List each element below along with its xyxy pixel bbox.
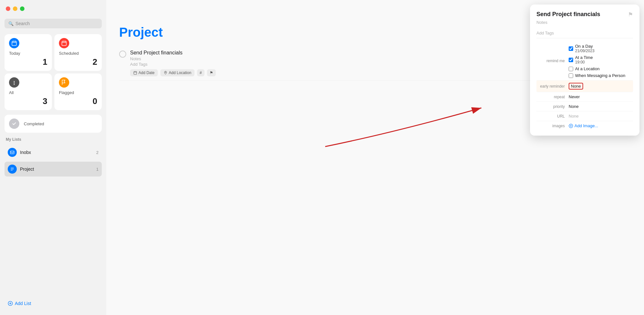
- early-reminder-value[interactable]: None: [569, 83, 583, 90]
- all-icon: [9, 77, 19, 88]
- repeat-label: repeat: [536, 95, 569, 99]
- svg-rect-23: [134, 72, 137, 74]
- repeat-value[interactable]: Never: [569, 94, 580, 99]
- at-a-time-label: At a Time: [575, 55, 593, 60]
- scheduled-label: Scheduled: [59, 51, 97, 56]
- priority-label: priority: [536, 104, 569, 109]
- search-icon: 🔍: [8, 21, 14, 26]
- add-location-button[interactable]: Add Location: [160, 69, 194, 76]
- on-a-day-checkbox[interactable]: [569, 46, 573, 51]
- svg-rect-0: [12, 41, 16, 46]
- add-date-button[interactable]: Add Date: [130, 69, 158, 76]
- messaging-row: When Messaging a Person: [569, 73, 625, 78]
- flagged-label: Flagged: [59, 90, 97, 95]
- all-count: 3: [43, 96, 47, 106]
- add-image-button[interactable]: Add Image...: [569, 123, 598, 128]
- detail-images-row: images Add Image...: [536, 121, 633, 130]
- sidebar: 🔍 Search Today 1 Scheduled 2 All 3: [0, 0, 106, 315]
- at-a-time-value: 19:00: [575, 60, 593, 64]
- smart-list-completed[interactable]: Completed: [5, 115, 102, 133]
- on-a-day-row: On a Day 21/09/2023: [569, 44, 625, 53]
- url-value[interactable]: None: [569, 114, 579, 119]
- detail-header: Send Project financials ⚑: [536, 11, 633, 18]
- inobx-count: 2: [96, 150, 99, 155]
- add-list-button[interactable]: Add List: [5, 298, 102, 309]
- at-a-location-checkbox[interactable]: [569, 67, 573, 71]
- detail-title: Send Project financials: [536, 11, 628, 18]
- add-list-label: Add List: [15, 301, 31, 306]
- list-item-inobx[interactable]: Inobx 2: [5, 145, 102, 160]
- detail-repeat-row: repeat Never: [536, 92, 633, 102]
- today-label: Today: [9, 51, 47, 56]
- search-placeholder: Search: [15, 21, 30, 26]
- detail-url-row: URL None: [536, 111, 633, 121]
- tag-button[interactable]: #: [197, 69, 204, 76]
- detail-remind-me-row: remind me On a Day 21/09/2023 At a Time …: [536, 42, 633, 81]
- smart-list-today[interactable]: Today 1: [5, 34, 52, 71]
- priority-value[interactable]: None: [569, 104, 579, 109]
- add-location-label: Add Location: [169, 71, 191, 75]
- maximize-button[interactable]: [20, 6, 24, 11]
- detail-flag-button[interactable]: ⚑: [628, 11, 633, 18]
- detail-priority-row: priority None: [536, 102, 633, 111]
- detail-notes[interactable]: Notes: [536, 20, 633, 25]
- today-count: 1: [43, 57, 47, 67]
- on-a-day-label: On a Day: [575, 44, 594, 49]
- project-name: Project: [20, 167, 93, 172]
- at-a-location-row: At a Location: [569, 66, 625, 71]
- project-title-text: Project: [119, 25, 163, 40]
- tag-icon: #: [200, 71, 202, 75]
- svg-point-9: [14, 81, 15, 82]
- list-item-project[interactable]: Project 1: [5, 162, 102, 177]
- smart-list-all[interactable]: All 3: [5, 73, 52, 110]
- images-label: images: [536, 124, 569, 128]
- flag-task-button[interactable]: ⚑: [207, 69, 216, 76]
- svg-point-10: [14, 82, 15, 83]
- add-date-label: Add Date: [138, 71, 155, 75]
- smart-lists: Today 1 Scheduled 2 All 3 Flagged 0: [5, 34, 102, 110]
- flagged-count: 0: [93, 96, 97, 106]
- early-reminder-label: early reminder: [536, 84, 569, 89]
- url-label: URL: [536, 114, 569, 119]
- task-complete-button[interactable]: [119, 51, 126, 58]
- remind-me-label: remind me: [536, 59, 569, 63]
- svg-rect-13: [10, 151, 14, 154]
- on-a-day-date: 21/09/2023: [575, 49, 594, 53]
- svg-rect-4: [62, 41, 66, 46]
- today-icon: [9, 38, 19, 48]
- smart-list-scheduled[interactable]: Scheduled 2: [54, 34, 102, 71]
- scheduled-icon: [59, 38, 69, 48]
- scheduled-count: 2: [93, 57, 97, 67]
- inobx-list-icon: [8, 148, 17, 157]
- detail-panel: Send Project financials ⚑ Notes Add Tags…: [530, 5, 639, 136]
- detail-tags[interactable]: Add Tags: [536, 28, 633, 38]
- add-image-label: Add Image...: [574, 123, 598, 128]
- project-count: 1: [96, 167, 99, 172]
- detail-early-reminder-row: early reminder None: [536, 81, 633, 92]
- all-label: All: [9, 90, 47, 95]
- remind-me-options: On a Day 21/09/2023 At a Time 19:00 At a…: [569, 44, 625, 78]
- messaging-checkbox[interactable]: [569, 73, 573, 78]
- close-button[interactable]: [6, 6, 10, 11]
- flag-icon: ⚑: [210, 71, 213, 75]
- svg-point-27: [165, 72, 166, 73]
- search-bar[interactable]: 🔍 Search: [5, 19, 102, 28]
- at-a-location-label: At a Location: [575, 66, 600, 71]
- my-lists-label: My Lists: [5, 135, 102, 143]
- at-a-time-row: At a Time 19:00: [569, 55, 625, 64]
- project-list-icon: [8, 165, 17, 174]
- completed-label: Completed: [24, 121, 97, 126]
- window-controls: [5, 6, 102, 11]
- at-a-time-checkbox[interactable]: [569, 58, 573, 62]
- smart-list-flagged[interactable]: Flagged 0: [54, 73, 102, 110]
- flagged-icon: [59, 77, 69, 88]
- minimize-button[interactable]: [13, 6, 17, 11]
- inobx-name: Inobx: [20, 150, 93, 155]
- messaging-label: When Messaging a Person: [575, 73, 625, 78]
- svg-point-11: [14, 84, 15, 85]
- completed-icon: [9, 119, 19, 129]
